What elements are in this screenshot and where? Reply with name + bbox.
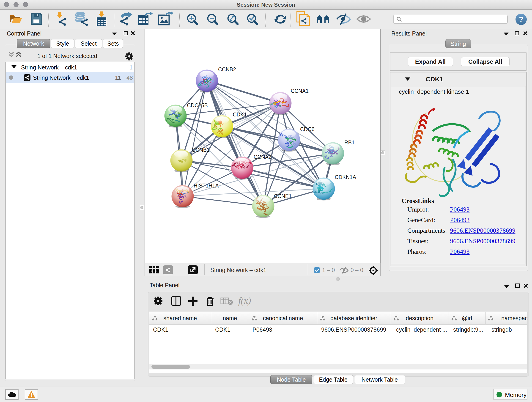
svg-text:HIST1H1A: HIST1H1A: [194, 183, 219, 189]
svg-text:CDKN1A: CDKN1A: [335, 174, 356, 180]
svg-text:CCNB1: CCNB1: [192, 147, 210, 153]
svg-text:CCNA1: CCNA1: [291, 88, 309, 94]
svg-text:CDC25B: CDC25B: [187, 102, 208, 108]
svg-text:CCNA2: CCNA2: [254, 154, 272, 160]
svg-text:RB1: RB1: [344, 140, 355, 146]
svg-text:CDK1: CDK1: [233, 112, 247, 118]
svg-text:CCNB2: CCNB2: [218, 66, 236, 72]
svg-text:CDC6: CDC6: [300, 126, 315, 132]
svg-text:CCNE1: CCNE1: [274, 193, 292, 199]
